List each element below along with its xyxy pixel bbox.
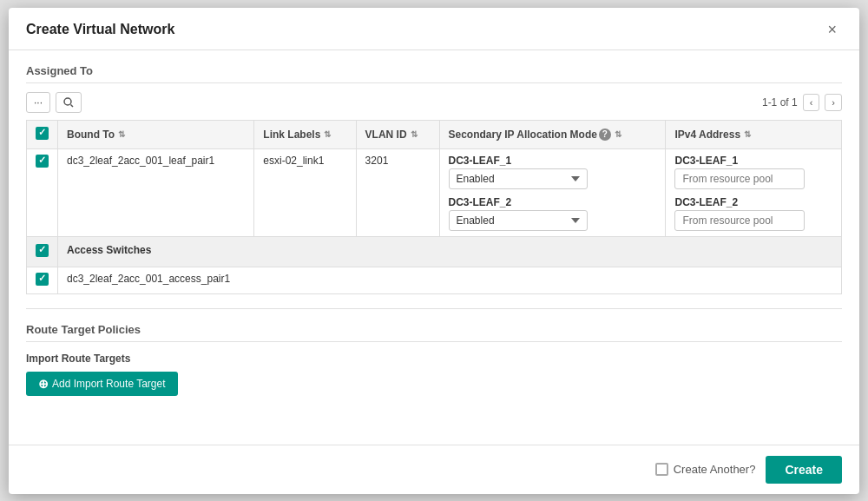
row-checkbox-cell [27, 148, 58, 236]
leaf2-secondary-ip: DC3-LEAF_2 Enabled Disabled [449, 196, 657, 231]
select-all-checkbox[interactable] [36, 127, 49, 140]
add-import-label: Add Import Route Target [52, 378, 166, 390]
leaf2-ipv4-label: DC3-LEAF_2 [674, 196, 832, 208]
add-icon: ⊕ [38, 377, 49, 391]
th-bound-to-label: Bound To [67, 129, 115, 141]
route-target-section-label: Route Target Policies [26, 323, 842, 342]
secondary-ip-cell: DC3-LEAF_1 Enabled Disabled DC3-LEAF_2 E… [439, 148, 666, 236]
create-another-label[interactable]: Create Another? [655, 463, 756, 476]
modal-header: Create Virtual Network × [9, 8, 859, 50]
th-checkbox [27, 120, 58, 148]
modal-footer: Create Another? Create [9, 445, 859, 494]
prev-page-button[interactable]: ‹ [803, 94, 820, 111]
assigned-to-label: Assigned To [26, 64, 842, 83]
import-route-targets-label: Import Route Targets [26, 353, 842, 365]
modal-body: Assigned To ··· 1-1 of 1 ‹ › [9, 50, 859, 445]
svg-point-0 [64, 98, 71, 105]
th-bound-to: Bound To ⇅ [58, 120, 254, 148]
sort-vlan-id-icon: ⇅ [411, 129, 418, 139]
toolbar: ··· 1-1 of 1 ‹ › [26, 92, 842, 113]
toolbar-left: ··· [26, 92, 82, 113]
create-another-checkbox[interactable] [655, 463, 668, 476]
create-button[interactable]: Create [766, 456, 842, 484]
modal-title: Create Virtual Network [26, 22, 174, 37]
data-table: Bound To ⇅ Link Labels ⇅ VLAN ID ⇅ [26, 120, 842, 294]
th-vlan-id: VLAN ID ⇅ [356, 120, 439, 148]
leaf1-ipv4-label: DC3-LEAF_1 [674, 155, 832, 167]
th-ipv4-address-label: IPv4 Address [674, 129, 740, 141]
link-labels-cell: esxi-02_link1 [254, 148, 356, 236]
leaf2-mode-dropdown[interactable]: Enabled Disabled [449, 210, 588, 231]
th-secondary-ip: Secondary IP Allocation Mode ? ⇅ [439, 120, 666, 148]
next-page-button[interactable]: › [825, 94, 842, 111]
link-labels-value: esxi-02_link1 [263, 155, 324, 167]
leaf1-secondary-ip: DC3-LEAF_1 Enabled Disabled [449, 155, 657, 189]
table-header: Bound To ⇅ Link Labels ⇅ VLAN ID ⇅ [27, 120, 842, 148]
leaf2-label: DC3-LEAF_2 [449, 196, 657, 208]
th-vlan-id-label: VLAN ID [365, 129, 407, 141]
leaf1-mode-dropdown[interactable]: Enabled Disabled [449, 168, 588, 189]
close-button[interactable]: × [822, 20, 842, 39]
group-checkbox-cell [27, 236, 58, 267]
table-body: dc3_2leaf_2acc_001_leaf_pair1 esxi-02_li… [27, 148, 842, 293]
access-row-checkbox[interactable] [36, 273, 49, 286]
section-divider [26, 308, 842, 309]
row-checkbox[interactable] [36, 155, 49, 168]
bound-to-value: dc3_2leaf_2acc_001_leaf_pair1 [67, 155, 214, 167]
table-row: dc3_2leaf_2acc_001_leaf_pair1 esxi-02_li… [27, 148, 842, 236]
access-row-checkbox-cell [27, 267, 58, 293]
vlan-id-cell: 3201 [356, 148, 439, 236]
ipv4-address-cell: DC3-LEAF_1 DC3-LEAF_2 [666, 148, 842, 236]
leaf2-ipv4: DC3-LEAF_2 [674, 196, 832, 231]
sort-bound-to-icon: ⇅ [118, 129, 125, 139]
ellipsis-button[interactable]: ··· [26, 92, 50, 113]
search-icon [63, 97, 74, 108]
leaf1-ipv4: DC3-LEAF_1 [674, 155, 832, 189]
pagination-text: 1-1 of 1 [762, 96, 798, 109]
access-switches-row: dc3_2leaf_2acc_001_access_pair1 [27, 267, 842, 293]
svg-line-1 [71, 104, 74, 107]
add-import-route-target-button[interactable]: ⊕ Add Import Route Target [26, 372, 178, 396]
sort-secondary-ip-icon: ⇅ [615, 129, 621, 139]
access-switch-value: dc3_2leaf_2acc_001_access_pair1 [58, 267, 842, 293]
group-header-row: Access Switches [27, 236, 842, 267]
leaf1-ipv4-input[interactable] [674, 168, 805, 189]
search-button[interactable] [56, 92, 82, 113]
leaf2-ipv4-input[interactable] [674, 210, 805, 231]
sort-ipv4-icon: ⇅ [744, 129, 751, 139]
th-link-labels-label: Link Labels [263, 129, 320, 141]
help-icon[interactable]: ? [599, 129, 611, 141]
leaf1-label: DC3-LEAF_1 [449, 155, 657, 167]
group-checkbox[interactable] [36, 244, 49, 257]
vlan-id-value: 3201 [365, 155, 389, 167]
sort-link-labels-icon: ⇅ [324, 129, 331, 139]
th-secondary-ip-label: Secondary IP Allocation Mode [449, 129, 597, 141]
group-header-label: Access Switches [58, 236, 842, 267]
th-ipv4-address: IPv4 Address ⇅ [666, 120, 842, 148]
th-link-labels: Link Labels ⇅ [254, 120, 356, 148]
create-another-text: Create Another? [674, 463, 756, 476]
pagination: 1-1 of 1 ‹ › [762, 94, 842, 111]
create-virtual-network-modal: Create Virtual Network × Assigned To ···… [9, 8, 859, 494]
bound-to-cell: dc3_2leaf_2acc_001_leaf_pair1 [58, 148, 254, 236]
